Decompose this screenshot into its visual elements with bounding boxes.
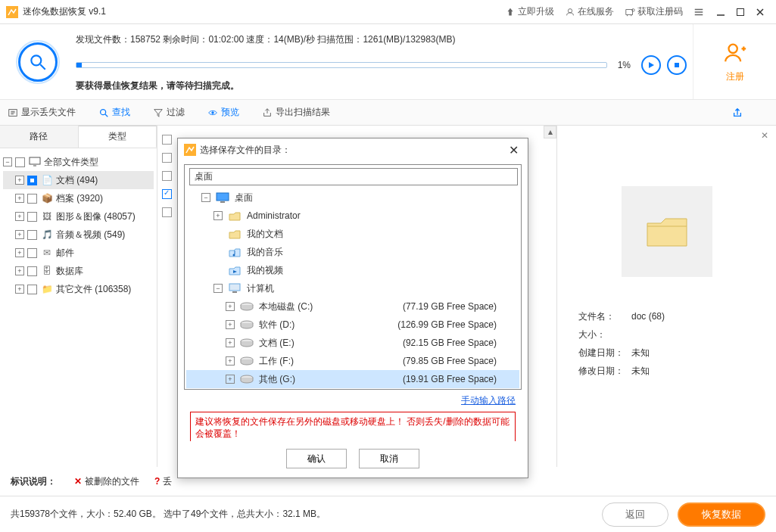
show-lost-button[interactable]: 显示丢失文件 (8, 106, 76, 119)
get-reg-code-label: 获取注册码 (637, 5, 683, 18)
tree-item[interactable]: + 📁 其它文件 (106358) (3, 280, 154, 298)
expand-icon[interactable]: + (226, 375, 235, 384)
dir-node-drive[interactable]: + 其他 (G:) (19.91 GB Free Space) (186, 370, 519, 388)
manual-path-link[interactable]: 手动输入路径 (184, 390, 522, 412)
online-service-link[interactable]: 在线服务 (565, 5, 614, 18)
expand-icon[interactable]: + (15, 285, 24, 294)
left-tabs: 路径 类型 (0, 126, 157, 148)
collapse-icon[interactable]: − (3, 157, 12, 166)
svg-rect-10 (30, 157, 40, 164)
titlebar: 迷你兔数据恢复 v9.1 立即升级 在线服务 获取注册码 (0, 0, 776, 24)
checkbox[interactable] (27, 230, 37, 240)
selected-path-box[interactable]: 桌面 (189, 168, 518, 185)
checkbox[interactable] (162, 189, 172, 199)
svg-point-4 (31, 55, 41, 65)
tree-item[interactable]: + 🎵 音频＆视频 (549) (3, 226, 154, 244)
tree-item[interactable]: + 📄 文档 (494) (3, 171, 154, 189)
svg-point-14 (233, 254, 235, 257)
dialog-close-button[interactable]: ✕ (506, 143, 522, 157)
dialog-cancel-button[interactable]: 取消 (359, 449, 419, 468)
stop-button[interactable] (667, 55, 687, 75)
export-button[interactable]: 导出扫描结果 (262, 106, 330, 119)
tree-item[interactable]: + 🖼 图形＆图像 (48057) (3, 207, 154, 226)
maximize-button[interactable] (731, 5, 750, 20)
dir-node-admin[interactable]: +Administrator (186, 207, 519, 225)
type-tree[interactable]: − 全部文件类型 + 📄 文档 (494) + 📦 档案 (3920) + 🖼 … (0, 148, 157, 467)
checkbox[interactable] (15, 157, 25, 167)
drive-label: 工作 (F:) (259, 355, 294, 368)
collapse-icon[interactable]: − (201, 193, 210, 202)
checkbox[interactable] (27, 212, 37, 222)
tree-item[interactable]: + 🗄 数据库 (3, 262, 154, 280)
checkbox[interactable] (162, 171, 172, 181)
get-reg-code-link[interactable]: 获取注册码 (625, 5, 683, 18)
tree-root[interactable]: − 全部文件类型 (3, 153, 154, 171)
checkbox[interactable] (27, 285, 37, 294)
upgrade-link[interactable]: 立即升级 (505, 5, 554, 18)
app-title: 迷你兔数据恢复 v9.1 (23, 5, 106, 18)
expand-icon[interactable]: + (15, 248, 24, 257)
checkbox[interactable] (27, 176, 37, 185)
drive-icon (239, 336, 254, 350)
svg-rect-3 (737, 8, 744, 15)
dir-node-desktop[interactable]: −桌面 (186, 188, 519, 207)
dir-node-mydocs[interactable]: 我的文档 (186, 225, 519, 243)
dialog-body: 桌面 −桌面 +Administrator 我的文档 我的音乐 我的视频 −计算… (178, 161, 528, 441)
checkbox[interactable] (162, 153, 172, 163)
recover-button[interactable]: 恢复数据 (678, 502, 765, 527)
expand-icon[interactable]: + (15, 212, 24, 221)
register-button[interactable]: 注册 (693, 24, 776, 99)
scrollbar-up[interactable]: ▴ (544, 126, 556, 138)
find-button[interactable]: 查找 (98, 106, 130, 119)
directory-tree[interactable]: 桌面 −桌面 +Administrator 我的文档 我的音乐 我的视频 −计算… (184, 164, 522, 390)
minimize-button[interactable] (711, 5, 731, 20)
play-button[interactable] (641, 55, 661, 75)
drive-free: (92.15 GB Free Space) (403, 338, 519, 348)
tab-type[interactable]: 类型 (79, 126, 157, 148)
preview-thumbnail (622, 186, 712, 277)
checkbox[interactable] (27, 266, 37, 276)
tree-item[interactable]: + 📦 档案 (3920) (3, 189, 154, 207)
checkbox[interactable] (162, 135, 172, 145)
checkbox[interactable] (162, 207, 172, 217)
svg-point-1 (568, 8, 572, 12)
dir-node-drive[interactable]: + 软件 (D:) (126.99 GB Free Space) (186, 316, 519, 334)
expand-icon[interactable]: + (15, 176, 24, 185)
dir-node-mymusic[interactable]: 我的音乐 (186, 243, 519, 261)
computer-icon (227, 282, 242, 295)
dir-node-drive[interactable]: + 本地磁盘 (C:) (77.19 GB Free Space) (186, 297, 519, 316)
close-button[interactable] (750, 5, 770, 20)
checkbox[interactable] (27, 194, 37, 204)
preview-meta: 文件名：doc (68) 大小： 创建日期：未知 修改日期：未知 (557, 307, 776, 380)
collapse-icon[interactable]: − (213, 284, 223, 293)
dir-node-computer[interactable]: −计算机 (186, 279, 519, 297)
expand-icon[interactable]: + (226, 338, 235, 347)
tree-item[interactable]: + ✉ 邮件 (3, 244, 154, 262)
expand-icon[interactable]: + (15, 230, 24, 239)
menu-button[interactable] (693, 7, 706, 17)
expand-icon[interactable]: + (15, 266, 24, 275)
progress-percent: 1% (618, 60, 631, 70)
user-folder-icon (227, 209, 242, 222)
dir-node-myvideos[interactable]: 我的视频 (186, 261, 519, 279)
expand-icon[interactable]: + (226, 356, 235, 366)
type-icon: ✉ (41, 247, 53, 258)
checkbox[interactable] (27, 248, 37, 258)
dialog-ok-button[interactable]: 确认 (286, 449, 347, 468)
video-icon (227, 263, 242, 277)
expand-icon[interactable]: + (213, 211, 223, 220)
back-button[interactable]: 返回 (602, 502, 668, 527)
expand-icon[interactable]: + (226, 302, 235, 311)
share-button[interactable] (732, 107, 746, 118)
close-preview-button[interactable]: ✕ (761, 130, 768, 141)
dir-node-drive[interactable]: + 工作 (F:) (79.85 GB Free Space) (186, 352, 519, 370)
preview-button[interactable]: 预览 (207, 106, 239, 119)
drive-label: 其他 (G:) (259, 373, 295, 386)
expand-icon[interactable]: + (15, 194, 24, 203)
dir-node-drive[interactable]: + 文档 (E:) (92.15 GB Free Space) (186, 334, 519, 352)
tab-path[interactable]: 路径 (0, 126, 79, 148)
expand-icon[interactable]: + (226, 320, 235, 329)
register-label: 注册 (726, 70, 744, 83)
footer-summary: 共159378个文件，大小：52.40 GB。 选中了49个文件，总共大小：32… (11, 508, 326, 521)
filter-button[interactable]: 过滤 (153, 106, 185, 119)
